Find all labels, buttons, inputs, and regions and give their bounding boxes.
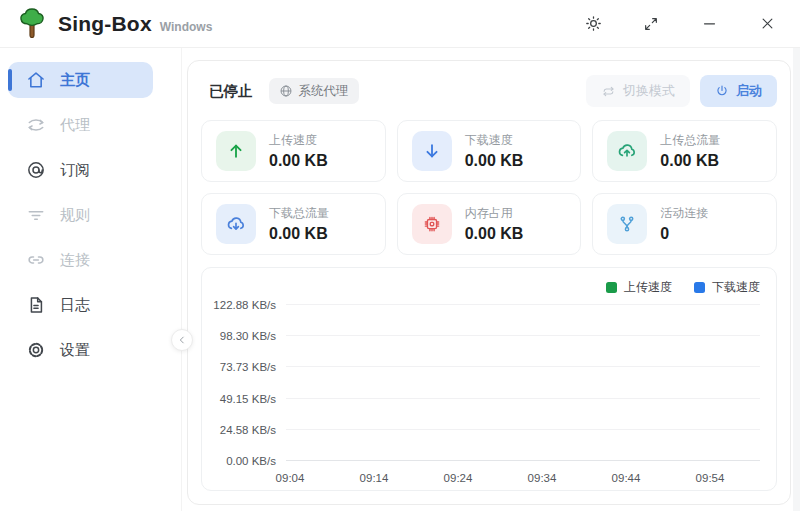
x-tick-label: 09:04 [276,472,305,484]
legend-upload[interactable]: 上传速度 [606,279,672,296]
card-label: 下载总流量 [269,205,329,222]
card-active-connections: 活动连接 0 [592,193,777,255]
card-value: 0.00 KB [465,152,524,170]
chart-grid: 122.88 KB/s 98.30 KB/s 73.73 KB/s 49.15 … [286,304,760,460]
gridline: 0.00 KB/s [286,460,760,461]
titlebar-actions [582,13,778,35]
card-value: 0.00 KB [660,152,720,170]
cloud-download-icon [216,204,256,244]
app-subtitle: Windows [160,20,213,34]
legend-swatch-upload [606,282,617,293]
card-value: 0.00 KB [269,152,328,170]
gridline: 98.30 KB/s [286,335,760,336]
status-label: 已停止 [209,82,253,101]
sidebar-item-subscriptions[interactable]: 订阅 [8,152,153,188]
arrow-up-icon [216,131,256,171]
main-content: 已停止 系统代理 切换模式 [182,48,800,511]
app-body: 主页 代理 订阅 [0,48,800,511]
gridline: 73.73 KB/s [286,366,760,367]
card-value: 0 [660,225,708,243]
proxy-swap-icon [26,115,46,135]
card-download-speed: 下载速度 0.00 KB [397,120,582,182]
card-label: 下载速度 [465,132,524,149]
app-logo-tree-icon [16,7,48,41]
start-label: 启动 [736,82,762,100]
legend-label: 上传速度 [624,279,672,296]
arrow-down-icon [412,131,452,171]
card-value: 0.00 KB [269,225,329,243]
switch-mode-button[interactable]: 切换模式 [586,75,690,107]
sidebar-item-label: 设置 [60,341,90,360]
home-icon [26,70,46,90]
x-tick-label: 09:54 [696,472,725,484]
minimize-icon[interactable] [698,13,720,35]
scrollbar[interactable] [793,48,800,511]
subscription-at-icon [26,160,46,180]
status-row: 已停止 系统代理 切换模式 [201,74,777,108]
card-download-total: 下载总流量 0.00 KB [201,193,386,255]
y-tick-label: 73.73 KB/s [220,361,276,373]
sidebar-item-label: 规则 [60,206,90,225]
sidebar-item-logs[interactable]: 日志 [8,287,153,323]
gridline: 24.58 KB/s [286,429,760,430]
y-tick-label: 98.30 KB/s [220,330,276,342]
x-tick-label: 09:24 [444,472,473,484]
cloud-upload-icon [607,131,647,171]
chart-plot-area: 122.88 KB/s 98.30 KB/s 73.73 KB/s 49.15 … [286,300,760,484]
globe-icon [279,84,293,98]
card-upload-speed: 上传速度 0.00 KB [201,120,386,182]
card-value: 0.00 KB [465,225,524,243]
gridline: 122.88 KB/s [286,304,760,305]
sidebar: 主页 代理 订阅 [0,48,182,511]
sidebar-item-proxies[interactable]: 代理 [8,107,153,143]
network-branch-icon [607,204,647,244]
card-label: 上传总流量 [660,132,720,149]
titlebar: Sing-Box Windows [0,0,800,48]
sidebar-item-label: 连接 [60,251,90,270]
connections-link-icon [26,250,46,270]
settings-gear-icon [26,340,46,360]
y-tick-label: 49.15 KB/s [220,393,276,405]
app-title-group: Sing-Box Windows [58,12,212,36]
sidebar-item-home[interactable]: 主页 [8,62,153,98]
proxy-mode-badge[interactable]: 系统代理 [269,78,359,104]
chart-legend: 上传速度 下载速度 [214,278,764,296]
cpu-chip-icon [412,204,452,244]
sidebar-item-label: 代理 [60,116,90,135]
app-title: Sing-Box [58,12,152,36]
traffic-chart-panel: 上传速度 下载速度 122.88 KB/s 98.30 KB/s 73.73 K… [201,267,777,491]
fullscreen-icon[interactable] [640,13,662,35]
card-memory-usage: 内存占用 0.00 KB [397,193,582,255]
sidebar-item-label: 主页 [60,71,90,90]
gridline: 49.15 KB/s [286,398,760,399]
sidebar-item-label: 订阅 [60,161,90,180]
legend-label: 下载速度 [712,279,760,296]
x-tick-label: 09:14 [360,472,389,484]
x-tick-label: 09:44 [612,472,641,484]
dashboard-panel: 已停止 系统代理 切换模式 [187,60,791,505]
card-label: 上传速度 [269,132,328,149]
logs-document-icon [26,295,46,315]
x-tick-label: 09:34 [528,472,557,484]
sidebar-item-settings[interactable]: 设置 [8,332,153,368]
sidebar-item-label: 日志 [60,296,90,315]
card-label: 内存占用 [465,205,524,222]
legend-swatch-download [694,282,705,293]
proxy-mode-label: 系统代理 [299,83,349,100]
theme-sun-icon[interactable] [582,13,604,35]
start-button[interactable]: 启动 [700,75,777,107]
y-tick-label: 24.58 KB/s [220,424,276,436]
card-upload-total: 上传总流量 0.00 KB [592,120,777,182]
y-tick-label: 122.88 KB/s [213,299,276,311]
card-label: 活动连接 [660,205,708,222]
sidebar-item-rules[interactable]: 规则 [8,197,153,233]
chart-x-axis: 09:04 09:14 09:24 09:34 09:44 09:54 [286,464,760,484]
legend-download[interactable]: 下载速度 [694,279,760,296]
sidebar-item-connections[interactable]: 连接 [8,242,153,278]
close-icon[interactable] [756,13,778,35]
sidebar-collapse-button[interactable] [171,329,193,351]
rules-filter-icon [26,205,46,225]
stat-cards: 上传速度 0.00 KB 下载速度 0.00 KB [201,120,777,255]
power-icon [715,84,729,98]
y-tick-label: 0.00 KB/s [226,455,276,467]
